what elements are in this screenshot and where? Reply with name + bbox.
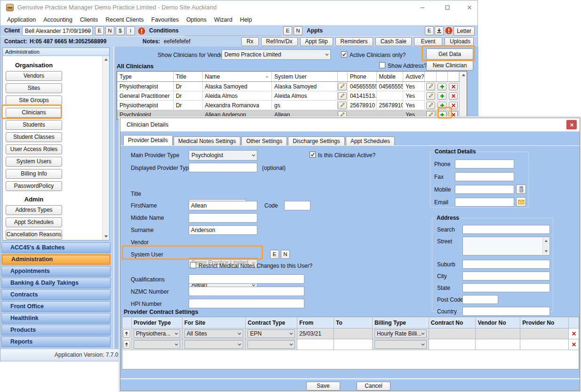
suburb-input[interactable] [462, 260, 550, 269]
sidebar-item-billing-info[interactable]: Billing Info [6, 169, 62, 179]
appt-edit-button[interactable]: E [425, 26, 434, 35]
sidebar-item-site-groups[interactable]: Site Groups [6, 96, 62, 105]
condition-edit-button[interactable]: E [283, 26, 292, 35]
edit-clinician-button[interactable] [426, 83, 435, 90]
sidebar-item-appt-schedules[interactable]: Appt Schedules [6, 217, 62, 227]
table-scrollbar[interactable] [459, 72, 467, 120]
event-button[interactable]: Event [414, 37, 442, 46]
hpi-number-input[interactable] [189, 299, 304, 308]
city-input[interactable] [462, 272, 550, 280]
vendor-filter-select[interactable]: Demo Practice Limited [222, 49, 331, 60]
appt-slip-button[interactable]: Appt Slip [300, 37, 333, 46]
scroll-up-icon[interactable] [460, 72, 467, 79]
minimize-button[interactable] [418, 4, 427, 11]
client-select[interactable]: Bell Alexander 17/09/1960 [22, 26, 93, 36]
letter-button[interactable]: Letter [454, 26, 475, 36]
tab-other-settings[interactable]: Other Settings [241, 136, 287, 145]
first-name-input[interactable]: Allean [189, 201, 257, 210]
get-data-button[interactable]: Get Data [426, 48, 473, 60]
nzmc-number-input[interactable] [189, 287, 304, 296]
client-info-button[interactable]: i [126, 26, 135, 35]
module-appointments[interactable]: Appointments [1, 266, 111, 277]
displayed-provider-type-input[interactable] [189, 163, 257, 172]
menu-wizard[interactable]: Wizard [210, 16, 236, 23]
provider-type-select[interactable] [134, 340, 180, 349]
delete-clinician-button[interactable] [449, 83, 458, 90]
add-clinician-button[interactable] [438, 83, 446, 90]
main-provider-type-select[interactable]: Psychologist [189, 150, 257, 160]
mobile-lookup-button[interactable] [516, 184, 526, 194]
module-front-office[interactable]: Front Office [1, 301, 111, 312]
contract-no-cell[interactable] [429, 339, 476, 350]
restrict-notes-checkbox[interactable] [190, 262, 196, 268]
contract-type-select[interactable] [247, 340, 295, 349]
provider-no-cell[interactable] [520, 328, 569, 339]
fax-input[interactable] [455, 172, 514, 181]
edit-user-button[interactable] [338, 92, 347, 100]
client-billing-button[interactable]: $ [116, 26, 125, 35]
table-row[interactable]: Physiotherapist Dr Alexandra Romanova gs… [117, 101, 467, 110]
sidebar-item-sites[interactable]: Sites [6, 83, 62, 93]
move-up-button[interactable] [123, 329, 130, 338]
menu-clients[interactable]: Clients [76, 16, 102, 23]
table-row[interactable]: Physiotherapist Dr Alaska Samoyed Alaska… [117, 82, 467, 91]
condition-new-button[interactable]: N [294, 26, 302, 35]
sidebar-scrollbar[interactable] [102, 56, 109, 240]
module-acc45s-batches[interactable]: ACC45's & Batches [1, 242, 111, 253]
col-active[interactable]: Active? [403, 72, 425, 81]
uploads-button[interactable]: Uploads [445, 37, 474, 46]
table-row[interactable]: General Practitioner Dr Aleida Almos Ale… [117, 91, 467, 101]
mobile-input[interactable] [455, 185, 514, 194]
sidebar-item-clinicians[interactable]: Clinicians [6, 108, 62, 118]
active-clinicians-checkbox[interactable] [341, 51, 347, 57]
contract-no-cell[interactable] [429, 328, 476, 339]
provider-no-cell[interactable] [520, 339, 569, 350]
delete-clinician-button[interactable] [449, 102, 458, 109]
middle-name-input[interactable] [189, 213, 257, 223]
delete-row-icon[interactable] [571, 342, 577, 347]
ref-inv-dx-button[interactable]: Ref/Inv/Dx [261, 37, 298, 46]
state-input[interactable] [462, 283, 550, 292]
sidebar-item-user-access-roles[interactable]: User Access Roles [6, 144, 62, 154]
from-cell[interactable]: 25/03/21 [297, 328, 334, 339]
sidebar-item-password-policy[interactable]: PasswordPolicy [6, 181, 62, 191]
system-user-new-button[interactable]: N [281, 250, 290, 259]
appt-download-button[interactable] [435, 26, 444, 35]
add-clinician-button[interactable] [438, 102, 446, 109]
code-input[interactable] [284, 201, 310, 210]
tab-medical-notes-settings[interactable]: Medical Notes Settings [174, 136, 241, 145]
tab-appt-schedules[interactable]: Appt Schedules [346, 136, 395, 145]
system-user-edit-button[interactable]: E [270, 250, 279, 259]
menu-favourites[interactable]: Favourites [148, 16, 183, 23]
sidebar-item-students[interactable]: Students [6, 120, 62, 130]
col-phone[interactable]: Phone [348, 72, 377, 81]
dialog-close-button[interactable] [566, 120, 577, 129]
menu-accounting[interactable]: Accounting [40, 16, 76, 23]
col-type[interactable]: Type [117, 72, 174, 81]
module-reports[interactable]: Reports [1, 336, 111, 347]
module-contracts[interactable]: Contracts [1, 289, 111, 300]
phone-input[interactable] [455, 160, 514, 168]
menu-options[interactable]: Options [183, 16, 210, 23]
for-site-select[interactable]: All Sites [184, 329, 244, 338]
street-input[interactable] [462, 237, 550, 256]
close-button[interactable] [465, 4, 474, 11]
new-clinician-button[interactable]: New Clinician [426, 61, 473, 71]
cash-sale-button[interactable]: Cash Sale [375, 37, 412, 46]
module-banking-daily-takings[interactable]: Banking & Daily Takings [1, 278, 111, 288]
contract-type-select[interactable]: EPN [247, 329, 295, 338]
billing-type-select[interactable]: Hourly Rate Billi... [374, 329, 427, 338]
reminders-button[interactable]: Reminders [335, 37, 373, 46]
tab-discharge-settings[interactable]: Discharge Settings [288, 136, 345, 145]
email-input[interactable] [455, 198, 514, 207]
edit-user-button[interactable] [338, 83, 347, 90]
module-products[interactable]: Products [1, 325, 111, 336]
rx-button[interactable]: Rx [241, 37, 259, 46]
cancel-button[interactable]: Cancel [357, 382, 390, 391]
surname-input[interactable]: Anderson [189, 225, 257, 235]
sidebar-item-system-users[interactable]: System Users [6, 157, 62, 167]
sidebar-item-student-classes[interactable]: Student Classes [6, 132, 62, 142]
save-button[interactable]: Save [306, 382, 340, 391]
provider-type-select[interactable]: Physiothera... [134, 329, 180, 338]
sidebar-item-address-types[interactable]: Address Types [6, 205, 62, 215]
